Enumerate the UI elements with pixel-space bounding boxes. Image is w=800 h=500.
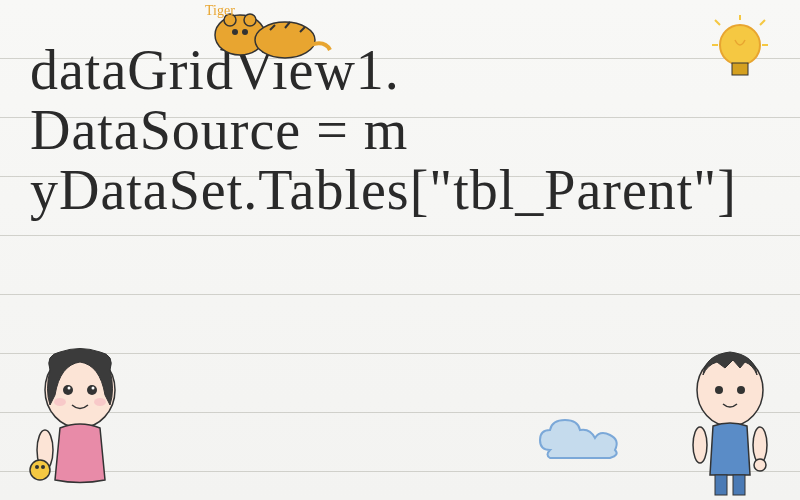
code-text-block: dataGridView1. DataSource = m yDataSet.T… — [30, 40, 770, 220]
code-line-3: yDataSet.Tables["tbl_Parent"] — [30, 160, 770, 220]
svg-point-4 — [232, 29, 238, 35]
tiger-icon: Tiger — [200, 0, 340, 70]
svg-rect-26 — [715, 475, 727, 495]
cloud-doodle — [530, 410, 630, 470]
code-line-2: DataSource = m — [30, 100, 770, 160]
svg-point-12 — [68, 387, 71, 390]
svg-point-19 — [41, 465, 45, 469]
code-line-1: dataGridView1. — [30, 40, 770, 100]
svg-text:Tiger: Tiger — [205, 3, 235, 18]
svg-point-23 — [693, 427, 707, 463]
girl-icon — [10, 340, 150, 500]
svg-point-5 — [242, 29, 248, 35]
svg-point-13 — [92, 387, 95, 390]
svg-point-10 — [63, 385, 73, 395]
girl-cartoon — [10, 340, 150, 500]
svg-point-24 — [753, 427, 767, 463]
svg-point-25 — [754, 459, 766, 471]
boy-icon — [665, 340, 795, 500]
svg-point-22 — [737, 386, 745, 394]
svg-point-11 — [87, 385, 97, 395]
svg-point-18 — [35, 465, 39, 469]
svg-rect-8 — [732, 63, 748, 75]
svg-point-17 — [30, 460, 50, 480]
svg-point-3 — [244, 14, 256, 26]
svg-rect-27 — [733, 475, 745, 495]
svg-point-15 — [94, 398, 106, 406]
boy-cartoon — [665, 340, 795, 500]
svg-point-14 — [54, 398, 66, 406]
svg-point-21 — [715, 386, 723, 394]
tiger-doodle: Tiger — [200, 0, 340, 70]
lightbulb-doodle — [710, 15, 770, 95]
cloud-icon — [530, 410, 630, 470]
lightbulb-icon — [710, 15, 770, 95]
